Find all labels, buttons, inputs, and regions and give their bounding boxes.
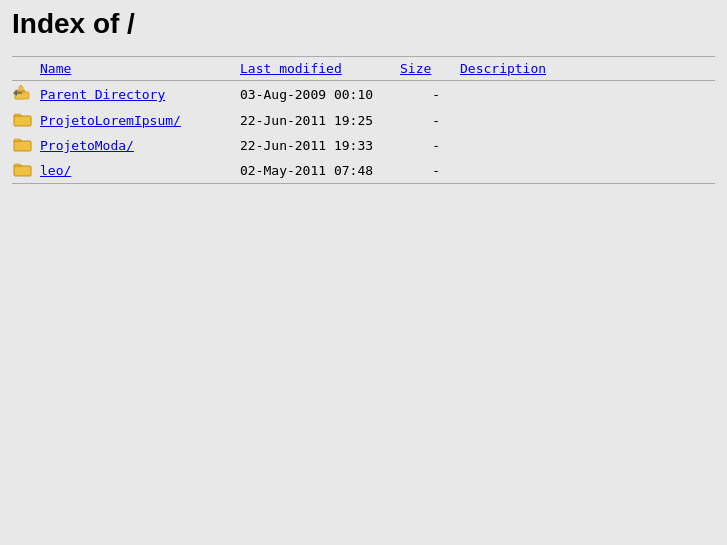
file-modified-cell: 22-Jun-2011 19:33 — [240, 133, 400, 158]
svg-rect-9 — [14, 166, 31, 176]
file-size-cell: - — [400, 81, 460, 109]
description-col-header: Description — [460, 57, 715, 81]
table-row: leo/02-May-2011 07:48- — [12, 158, 715, 184]
page-heading: Index of / — [12, 8, 715, 40]
icon-col-header — [12, 57, 40, 81]
file-icon-cell — [12, 158, 40, 184]
name-sort-link[interactable]: Name — [40, 61, 71, 76]
size-col-header: Size — [400, 57, 460, 81]
modified-sort-link[interactable]: Last modified — [240, 61, 342, 76]
file-name-cell: leo/ — [40, 158, 240, 184]
modified-col-header: Last modified — [240, 57, 400, 81]
file-link[interactable]: ProjetoLoremIpsum/ — [40, 113, 181, 128]
svg-rect-7 — [14, 141, 31, 151]
file-description-cell — [460, 133, 715, 158]
file-description-cell — [460, 108, 715, 133]
file-description-cell — [460, 158, 715, 184]
file-modified-cell: 22-Jun-2011 19:25 — [240, 108, 400, 133]
name-col-header: Name — [40, 57, 240, 81]
table-row: ProjetoLoremIpsum/22-Jun-2011 19:25- — [12, 108, 715, 133]
file-icon-cell — [12, 108, 40, 133]
svg-marker-2 — [19, 85, 23, 91]
file-name-cell: Parent Directory — [40, 81, 240, 109]
file-description-cell — [460, 81, 715, 109]
svg-rect-5 — [14, 116, 31, 126]
file-name-cell: ProjetoLoremIpsum/ — [40, 108, 240, 133]
file-name-cell: ProjetoModa/ — [40, 133, 240, 158]
table-row: Parent Directory03-Aug-2009 00:10- — [12, 81, 715, 109]
description-sort-link[interactable]: Description — [460, 61, 546, 76]
size-sort-link[interactable]: Size — [400, 61, 431, 76]
file-size-cell: - — [400, 108, 460, 133]
file-size-cell: - — [400, 158, 460, 184]
file-modified-cell: 02-May-2011 07:48 — [240, 158, 400, 184]
file-link[interactable]: ProjetoModa/ — [40, 138, 134, 153]
table-row: ProjetoModa/22-Jun-2011 19:33- — [12, 133, 715, 158]
file-icon-cell — [12, 133, 40, 158]
file-link[interactable]: leo/ — [40, 163, 71, 178]
file-listing-table: Name Last modified Size Description Pare… — [12, 56, 715, 184]
file-modified-cell: 03-Aug-2009 00:10 — [240, 81, 400, 109]
file-size-cell: - — [400, 133, 460, 158]
file-link[interactable]: Parent Directory — [40, 87, 165, 102]
file-icon-cell — [12, 81, 40, 109]
